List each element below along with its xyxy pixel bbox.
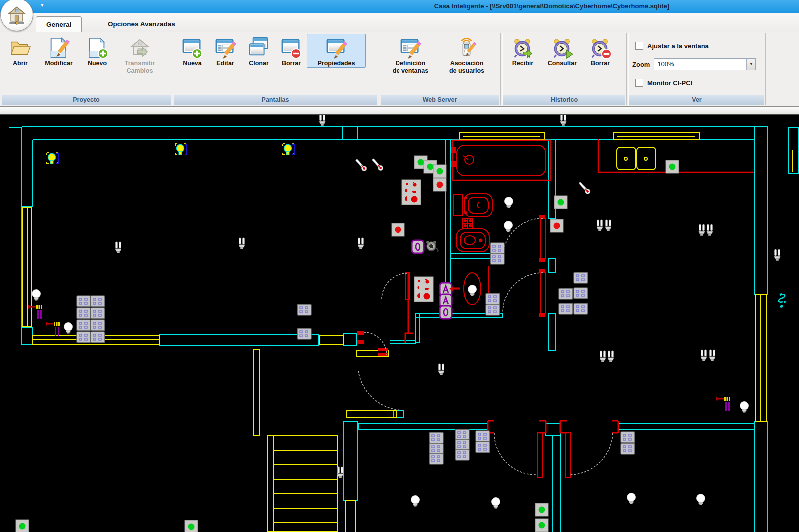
kitchen-cabinet[interactable] bbox=[617, 147, 656, 170]
device-cfl[interactable] bbox=[319, 115, 325, 126]
bathtub[interactable] bbox=[451, 140, 550, 180]
device-radiator[interactable] bbox=[559, 303, 573, 314]
device-panel[interactable] bbox=[414, 277, 433, 302]
device-purple0[interactable] bbox=[412, 240, 424, 253]
device-bulb-off[interactable] bbox=[627, 493, 636, 504]
device-sensor-green[interactable] bbox=[185, 520, 198, 532]
device-sensor-green[interactable] bbox=[554, 196, 567, 209]
device-cfl[interactable] bbox=[605, 220, 611, 231]
quick-access-caret-icon[interactable]: ▾ bbox=[41, 2, 44, 8]
device-cfl[interactable] bbox=[239, 238, 245, 249]
device-cfl[interactable] bbox=[709, 350, 715, 361]
device-radiator[interactable] bbox=[77, 296, 91, 307]
device-bulb-off[interactable] bbox=[411, 496, 420, 507]
device-radiator[interactable] bbox=[621, 443, 635, 454]
device-cfl[interactable] bbox=[600, 351, 606, 362]
device-thermo[interactable] bbox=[371, 157, 384, 171]
transmitir-cambios-button[interactable]: TransmitirCambios bbox=[114, 34, 166, 75]
device-sensor-green[interactable] bbox=[16, 520, 29, 532]
device-radiator[interactable] bbox=[91, 296, 105, 307]
device-radiator[interactable] bbox=[91, 320, 105, 331]
editar-button[interactable]: Editar bbox=[209, 34, 242, 67]
device-radiator[interactable] bbox=[429, 453, 443, 464]
borrar-historico-button[interactable]: Borrar bbox=[584, 34, 616, 67]
device-sensor-red[interactable] bbox=[550, 219, 563, 232]
app-button[interactable] bbox=[0, 0, 33, 31]
device-sensor-green[interactable] bbox=[666, 160, 679, 173]
device-radiator[interactable] bbox=[476, 431, 490, 442]
device-bulb-on[interactable] bbox=[283, 144, 294, 155]
device-sensor-green[interactable] bbox=[535, 503, 548, 516]
device-bulb-off[interactable] bbox=[505, 197, 513, 208]
device-cfl[interactable] bbox=[337, 467, 343, 478]
tab-opciones-avanzadas[interactable]: Opciones Avanzadas bbox=[98, 16, 185, 32]
device-bulb-on[interactable] bbox=[175, 144, 187, 155]
device-fan[interactable] bbox=[779, 293, 787, 308]
bidet[interactable] bbox=[456, 229, 489, 252]
consultar-button[interactable]: Consultar bbox=[540, 34, 584, 67]
definicion-de-ventanas-button[interactable]: Definiciónde ventanas bbox=[383, 34, 438, 75]
device-cfl[interactable] bbox=[560, 115, 566, 126]
device-radiator[interactable] bbox=[77, 332, 91, 343]
abrir-button[interactable]: Abrir bbox=[4, 34, 37, 67]
device-radiator[interactable] bbox=[297, 328, 311, 339]
device-radiator[interactable] bbox=[77, 320, 91, 331]
nuevo-button[interactable]: Nuevo bbox=[81, 34, 114, 67]
device-cfl[interactable] bbox=[707, 224, 713, 236]
chevron-down-icon[interactable]: ▼ bbox=[746, 59, 755, 70]
device-sensor-red[interactable] bbox=[392, 223, 404, 236]
monitor-ci-pci-checkbox[interactable] bbox=[635, 79, 643, 87]
recibir-button[interactable]: Recibir bbox=[505, 34, 540, 67]
device-thermo[interactable] bbox=[578, 181, 591, 195]
tab-general[interactable]: General bbox=[36, 16, 82, 32]
device-cfl[interactable] bbox=[438, 364, 444, 375]
device-bulb-off[interactable] bbox=[468, 285, 477, 296]
device-radiator[interactable] bbox=[91, 308, 105, 319]
device-bulb-off[interactable] bbox=[64, 323, 73, 334]
modificar-button[interactable]: Modificar bbox=[37, 34, 81, 67]
device-radiator[interactable] bbox=[91, 332, 105, 343]
device-bulb-off[interactable] bbox=[492, 498, 500, 509]
device-thermo[interactable] bbox=[354, 158, 368, 172]
device-cfl[interactable] bbox=[774, 249, 780, 261]
device-radiator[interactable] bbox=[455, 449, 469, 460]
device-cfl[interactable] bbox=[358, 238, 364, 249]
device-radiator[interactable] bbox=[574, 288, 588, 299]
device-radiator[interactable] bbox=[574, 303, 588, 314]
drain-grid[interactable] bbox=[463, 218, 473, 228]
device-panel[interactable] bbox=[402, 180, 421, 205]
device-cfl[interactable] bbox=[701, 350, 707, 361]
device-radiator[interactable] bbox=[429, 432, 443, 443]
device-radiator[interactable] bbox=[455, 439, 469, 450]
propiedades-button[interactable]: Propiedades bbox=[307, 34, 366, 68]
asociacion-de-usuarios-button[interactable]: Asociaciónde usuarios bbox=[438, 34, 495, 75]
device-sensor-green[interactable] bbox=[433, 165, 446, 178]
device-blind[interactable] bbox=[716, 397, 730, 411]
device-radiator[interactable] bbox=[476, 442, 490, 453]
device-bulb-off[interactable] bbox=[32, 290, 41, 301]
device-bulb-off[interactable] bbox=[504, 221, 513, 232]
ajustar-a-la-ventana-checkbox[interactable] bbox=[635, 42, 643, 50]
device-blind[interactable] bbox=[28, 305, 42, 319]
device-bulb-off[interactable] bbox=[697, 494, 705, 505]
device-cfl[interactable] bbox=[597, 220, 603, 231]
clonar-button[interactable]: Clonar bbox=[242, 34, 276, 67]
device-sensor-green[interactable] bbox=[535, 519, 548, 532]
toilet[interactable] bbox=[453, 194, 492, 217]
device-purple0[interactable] bbox=[440, 306, 452, 319]
device-radiator[interactable] bbox=[490, 243, 504, 254]
nueva-button[interactable]: Nueva bbox=[176, 34, 209, 67]
device-radiator[interactable] bbox=[490, 253, 504, 264]
device-radiator[interactable] bbox=[621, 432, 635, 443]
device-cfl[interactable] bbox=[608, 351, 614, 362]
device-radiator[interactable] bbox=[297, 304, 311, 315]
device-radiator[interactable] bbox=[559, 288, 573, 299]
device-cfl[interactable] bbox=[699, 224, 705, 236]
zoom-dropdown[interactable]: 100% ▼ bbox=[654, 58, 756, 70]
device-bulb-off[interactable] bbox=[740, 402, 749, 413]
device-radiator[interactable] bbox=[574, 272, 588, 283]
device-radiator[interactable] bbox=[486, 304, 500, 315]
floorplan-canvas[interactable] bbox=[0, 115, 799, 532]
device-radiator[interactable] bbox=[429, 443, 443, 454]
device-sensor-red[interactable] bbox=[433, 178, 446, 191]
